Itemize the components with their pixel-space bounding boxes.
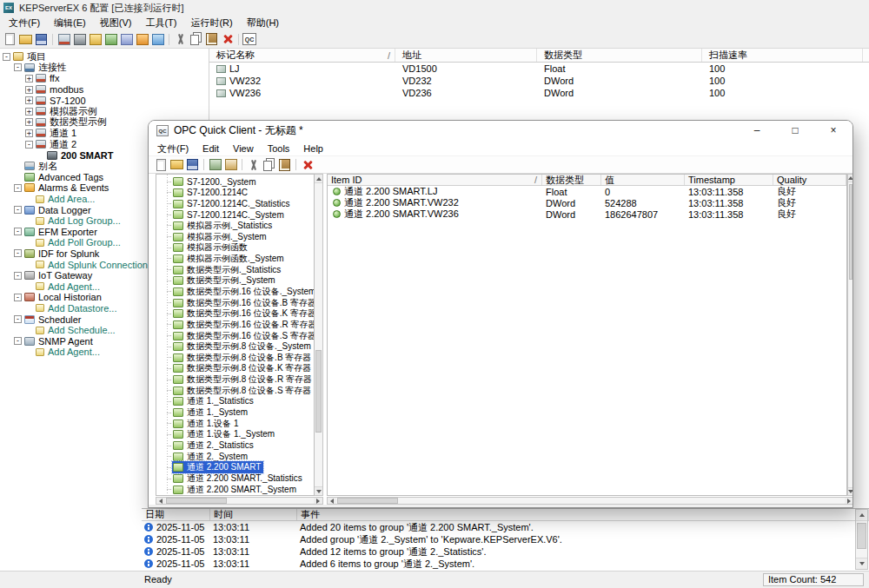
event-row[interactable]: 2025-11-05 13:03:11 Added group '通道 2._S…: [142, 533, 869, 545]
tree-item[interactable]: + ffx: [0, 73, 209, 84]
scroll-down-icon[interactable]: [856, 558, 867, 569]
scroll-up-icon[interactable]: [848, 175, 853, 182]
expander-icon[interactable]: -: [14, 315, 22, 323]
expander-icon[interactable]: -: [14, 206, 22, 214]
column-header[interactable]: Quality: [773, 175, 846, 185]
scrollbar-track[interactable]: [848, 182, 853, 487]
kepserver-titlebar[interactable]: EX KEPServerEX 6 配置 [已连接到运行时]: [0, 0, 869, 16]
tag-row[interactable]: VW236 VD236 DWord 100: [209, 87, 869, 99]
tree-item[interactable]: 通道 1._Statistics: [156, 396, 314, 407]
tree-item[interactable]: + modbus: [0, 84, 209, 96]
tree-item[interactable]: 数据类型示例.8 位设备._System: [156, 341, 314, 353]
new-icon[interactable]: [154, 158, 169, 172]
scroll-left-icon[interactable]: [156, 498, 165, 504]
tree-item[interactable]: 数据类型示例.8 位设备.S 寄存器: [156, 385, 314, 396]
qc-titlebar[interactable]: QC OPC Quick Client - 无标题 * – □ ×: [149, 121, 852, 141]
new-project-icon[interactable]: [3, 32, 17, 46]
tree-item[interactable]: 模拟器示例._Statistics: [156, 221, 314, 232]
qc-list-hscrollbar[interactable]: [327, 497, 853, 505]
open-icon[interactable]: [169, 158, 184, 172]
expander-icon[interactable]: -: [14, 249, 22, 257]
tree-item[interactable]: 模拟器示例函数: [156, 242, 314, 254]
tree-item[interactable]: 通道 2._Statistics: [156, 440, 314, 452]
tree-item[interactable]: 通道 1._System: [156, 407, 314, 419]
expander-icon[interactable]: -: [14, 294, 22, 301]
qc-list-scrollbar[interactable]: [847, 174, 853, 496]
tree-item[interactable]: S7-1200._System: [156, 176, 314, 188]
scrollbar-thumb[interactable]: [857, 523, 866, 549]
tag-row[interactable]: VW232 VD232 DWord 100: [209, 75, 869, 87]
tree-item[interactable]: S7-1200.1214C: [156, 188, 314, 199]
cut-icon[interactable]: [246, 158, 261, 172]
copy-icon[interactable]: [262, 158, 276, 172]
paste-icon[interactable]: [277, 158, 292, 172]
maximize-button[interactable]: □: [776, 121, 814, 141]
tree-item[interactable]: 数据类型示例._System: [156, 275, 314, 287]
expander-icon[interactable]: -: [3, 53, 10, 61]
new-device-icon[interactable]: [72, 32, 87, 46]
column-header[interactable]: 日期: [142, 509, 210, 520]
scrollbar-thumb[interactable]: [337, 498, 398, 504]
column-header[interactable]: 数据类型: [542, 175, 601, 185]
menu-item[interactable]: Help: [296, 141, 330, 155]
menu-item[interactable]: 帮助(H): [240, 16, 286, 30]
new-tag-icon[interactable]: [103, 32, 118, 46]
minimize-button[interactable]: –: [738, 121, 776, 141]
scrollbar-track[interactable]: [856, 521, 867, 558]
expander-icon[interactable]: +: [25, 118, 33, 126]
scrollbar-track[interactable]: [315, 183, 322, 486]
new-tag-group-icon[interactable]: [88, 32, 103, 46]
menu-item[interactable]: 文件(F): [150, 141, 196, 155]
delete-icon[interactable]: [300, 158, 315, 172]
tree-item[interactable]: S7-1200.1214C._Statistics: [156, 198, 314, 209]
add-group-icon[interactable]: [223, 158, 238, 172]
event-row[interactable]: 2025-11-05 13:03:11 Added 6 items to gro…: [142, 558, 869, 570]
scrollbar-thumb[interactable]: [849, 184, 852, 280]
expander-icon[interactable]: +: [25, 129, 33, 137]
expander-icon[interactable]: +: [25, 108, 33, 116]
expander-icon[interactable]: -: [25, 141, 33, 149]
tree-item[interactable]: 数据类型示例.16 位设备._System: [156, 287, 314, 298]
scrollbar-thumb[interactable]: [166, 498, 227, 504]
tree-item[interactable]: 通道 2.200 SMART: [156, 462, 314, 473]
new-alias-icon[interactable]: [119, 32, 134, 46]
alarm-settings-icon[interactable]: [135, 32, 149, 46]
tree-item[interactable]: 数据类型示例.16 位设备.R 寄存器: [156, 320, 314, 331]
tree-item[interactable]: - 项目: [0, 51, 209, 63]
column-header[interactable]: 数据类型: [537, 49, 702, 62]
delete-icon[interactable]: [220, 32, 235, 46]
menu-item[interactable]: 文件(F): [2, 16, 47, 30]
event-log-scrollbar[interactable]: [855, 509, 868, 570]
tree-item[interactable]: 数据类型示例.16 位设备.S 寄存器: [156, 330, 314, 341]
column-header[interactable]: 扫描速率: [702, 49, 863, 62]
scrollbar-thumb[interactable]: [315, 350, 322, 433]
scroll-right-icon[interactable]: [314, 498, 322, 504]
tree-item[interactable]: 通道 2.200 SMART._Statistics: [156, 473, 314, 485]
save-project-icon[interactable]: [34, 32, 49, 46]
column-header[interactable]: Item ID /: [328, 175, 542, 185]
tag-row[interactable]: LJ VD1500 Float 100: [209, 63, 869, 75]
close-button[interactable]: ×: [814, 121, 852, 141]
tree-item[interactable]: 通道 2._System: [156, 451, 314, 462]
menu-item[interactable]: 工具(T): [138, 16, 183, 30]
scroll-up-icon[interactable]: [856, 510, 867, 521]
expander-icon[interactable]: -: [14, 337, 22, 345]
tree-item[interactable]: - 连接性: [0, 63, 209, 74]
scroll-left-icon[interactable]: [328, 498, 336, 504]
scroll-right-icon[interactable]: [845, 498, 853, 504]
column-header[interactable]: 时间: [210, 509, 297, 520]
event-row[interactable]: 2025-11-05 13:03:11 Added 12 items to gr…: [142, 545, 869, 558]
qc-tree-hscrollbar[interactable]: [156, 497, 323, 505]
scrollbar-track[interactable]: [165, 498, 314, 504]
expander-icon[interactable]: -: [14, 63, 22, 71]
column-header[interactable]: Timestamp: [685, 175, 773, 185]
expander-icon[interactable]: +: [25, 86, 33, 94]
paste-icon[interactable]: [204, 32, 219, 46]
item-row[interactable]: 通道 2.200 SMART.VW236 DWord 1862647807 13…: [328, 208, 846, 220]
column-header[interactable]: 事件: [297, 509, 869, 520]
tree-item[interactable]: S7-1200.1214C._System: [156, 209, 314, 221]
tree-item[interactable]: 数据类型示例.16 位设备.B 寄存器: [156, 297, 314, 308]
expander-icon[interactable]: +: [25, 75, 33, 83]
tree-item[interactable]: 通道 1.设备 1: [156, 418, 314, 429]
tree-item[interactable]: 通道 1.设备 1._System: [156, 429, 314, 440]
